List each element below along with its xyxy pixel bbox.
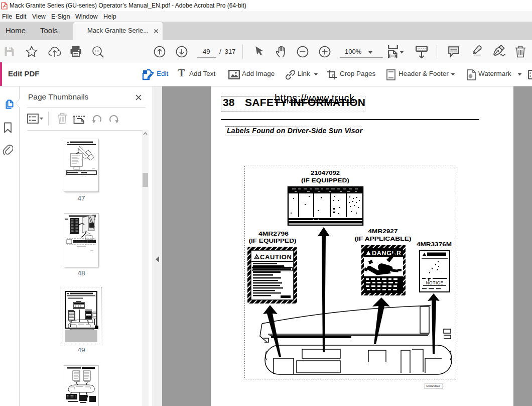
- svg-text:(IF APPLICABLE): (IF APPLICABLE): [355, 236, 412, 242]
- svg-text:21047092: 21047092: [311, 170, 340, 176]
- svg-text:4MR3376M: 4MR3376M: [417, 241, 452, 247]
- svg-text:4MR2796: 4MR2796: [258, 231, 289, 237]
- svg-text:CAUTION: CAUTION: [260, 253, 292, 261]
- svg-text:(IF EQUIPPED): (IF EQUIPPED): [249, 238, 297, 244]
- svg-text:DANGER: DANGER: [372, 250, 401, 257]
- svg-text:NOTICE: NOTICE: [426, 280, 443, 285]
- svg-text:4MR2927: 4MR2927: [368, 228, 398, 234]
- svg-text:(IF EQUIPPED): (IF EQUIPPED): [301, 177, 349, 183]
